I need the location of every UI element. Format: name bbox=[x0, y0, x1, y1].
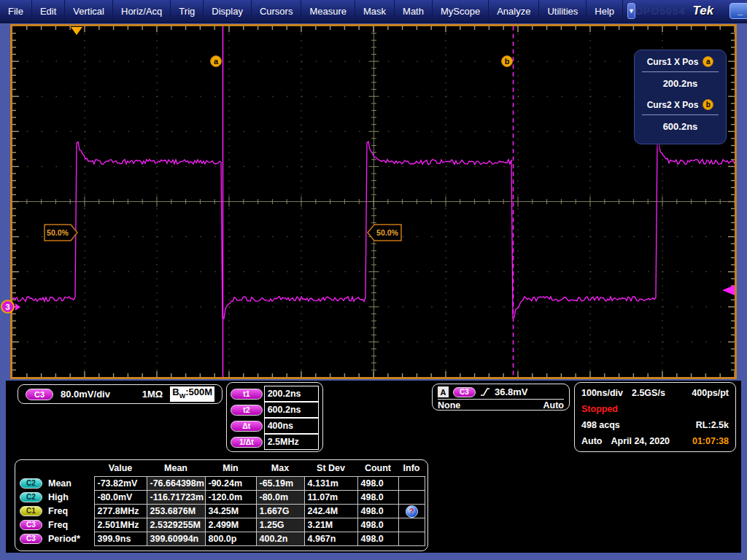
trigger-readout-box: A C3 36.8mV None Auto bbox=[432, 384, 570, 411]
menu-item-cursors[interactable]: Cursors bbox=[252, 0, 302, 22]
measurement-source-pill[interactable]: C3 bbox=[20, 534, 42, 544]
measurement-source-pill[interactable]: C2 bbox=[20, 478, 42, 489]
cursor-value-row: Δt400ns bbox=[231, 418, 319, 434]
cursor-values-box: t1200.2nst2600.2nsΔt400ns1/Δt2.5MHz bbox=[226, 382, 323, 452]
trigger-mode: Auto bbox=[543, 400, 564, 411]
readout-panel: C3 80.0mV/div 1MΩ BW:500M t1200.2nst2600… bbox=[6, 381, 741, 553]
info-question-icon[interactable]: ? bbox=[406, 505, 418, 518]
cursor-value: 400ns bbox=[264, 418, 319, 434]
trigger-position-marker[interactable] bbox=[71, 27, 82, 35]
menu-item-help[interactable]: Help bbox=[587, 0, 623, 22]
trigger-source-pill[interactable]: C3 bbox=[453, 387, 476, 397]
channel3-position-marker[interactable]: 3 bbox=[1, 300, 15, 314]
channel3-position-arrow bbox=[15, 303, 20, 311]
menu-item-utilities[interactable]: Utilities bbox=[539, 0, 587, 22]
menu-item-display[interactable]: Display bbox=[204, 0, 252, 22]
menu-item-file[interactable]: File bbox=[0, 0, 32, 22]
measurement-cell: 399.60994n bbox=[147, 532, 205, 545]
bandwidth-limit: BW:500M bbox=[170, 386, 214, 402]
measurements-box: ValueMeanMinMaxSt DevCountInfoC2Mean-73.… bbox=[15, 459, 428, 551]
curs2-label: Curs2 X Pos bbox=[647, 100, 699, 110]
measurement-cell: 1.25G bbox=[256, 518, 304, 532]
curs1-label: Curs1 X Pos bbox=[647, 57, 699, 67]
model-name: DPO5054 bbox=[635, 5, 685, 17]
oscilloscope-screen: FileEditVerticalHoriz/AcqTrigDisplayCurs… bbox=[0, 0, 747, 560]
sample-resolution: 400ps/pt bbox=[692, 388, 729, 398]
measurement-cell: -80.0mV bbox=[94, 490, 147, 504]
curs1-badge-icon: a bbox=[703, 56, 713, 67]
menu-item-analyze[interactable]: Analyze bbox=[489, 0, 539, 22]
measurement-cell: 400.2n bbox=[256, 532, 304, 545]
measurement-cell: -76.664398m bbox=[147, 476, 205, 490]
measurement-cell: -90.24m bbox=[205, 476, 256, 490]
trigger-group-badge: A bbox=[438, 386, 449, 397]
measurement-cell: 253.6876M bbox=[147, 504, 205, 518]
timebase-scale: 100ns/div bbox=[581, 388, 623, 398]
menu-dropdown-button[interactable]: ▼ bbox=[627, 3, 635, 19]
column-header: Min bbox=[205, 461, 256, 476]
input-impedance: 1MΩ bbox=[142, 389, 163, 400]
minimize-button[interactable]: _ bbox=[729, 3, 747, 19]
measurement-source-pill[interactable]: C3 bbox=[20, 520, 42, 530]
menu-item-myscope[interactable]: MyScope bbox=[433, 0, 489, 22]
measurement-cell: 2.5329255M bbox=[147, 518, 205, 532]
measurement-cell: 1.667G bbox=[256, 504, 304, 518]
menu-item-trig[interactable]: Trig bbox=[171, 0, 204, 22]
measurement-row: C1Freq277.8MHz253.6876M34.25M1.667G242.4… bbox=[18, 504, 425, 518]
column-header: Max bbox=[256, 461, 304, 476]
measurement-row: C2Mean-73.82mV-76.664398m-90.24m-65.19m4… bbox=[18, 476, 425, 490]
menu-item-horiz-acq[interactable]: Horiz/Acq bbox=[113, 0, 171, 22]
cursor-value-row: t1200.2ns bbox=[231, 386, 319, 402]
measurement-cell: 498.0 bbox=[357, 504, 398, 518]
column-header: Count bbox=[357, 461, 398, 476]
cursor-4-pill[interactable]: 1/Δt bbox=[231, 437, 263, 448]
measurement-source-pill[interactable]: C2 bbox=[20, 492, 42, 502]
menu-item-edit[interactable]: Edit bbox=[32, 0, 65, 22]
measurement-source-pill[interactable]: C1 bbox=[20, 506, 42, 516]
column-header: Mean bbox=[147, 461, 205, 476]
measurement-cell: 498.0 bbox=[357, 532, 398, 545]
cursor-a-badge[interactable]: a bbox=[211, 56, 222, 67]
measurement-row: C3Period*399.9ns399.60994n800.0p400.2n4.… bbox=[18, 532, 425, 545]
trigger-level-arrow[interactable] bbox=[722, 285, 735, 295]
horizontal-readout-box: 100ns/div 2.5GS/s 400ps/pt Stopped 498 a… bbox=[574, 382, 736, 452]
ref-level-marker-2: 50.0% bbox=[368, 225, 401, 241]
sample-rate: 2.5GS/s bbox=[632, 388, 665, 398]
cursor-value-row: 1/Δt2.5MHz bbox=[231, 434, 319, 450]
cursor-3-pill[interactable]: Δt bbox=[231, 421, 263, 432]
measurement-name: Freq bbox=[48, 506, 68, 516]
clock-time: 01:07:38 bbox=[692, 436, 729, 446]
ref-level-marker-1: 50.0% bbox=[44, 225, 77, 241]
tek-logo: Tek bbox=[692, 4, 713, 18]
graticule-frame: a b 50.0% 50.0% bbox=[10, 24, 737, 379]
measurement-cell: 4.131m bbox=[304, 476, 357, 490]
cursor-value: 200.2ns bbox=[264, 386, 319, 402]
svg-text:a: a bbox=[214, 57, 219, 66]
measurements-table: ValueMeanMinMaxSt DevCountInfoC2Mean-73.… bbox=[18, 461, 425, 546]
menu-item-math[interactable]: Math bbox=[395, 0, 433, 22]
curs2-value: 600.2ns bbox=[640, 121, 720, 132]
svg-text:b: b bbox=[505, 57, 510, 66]
measurement-name: High bbox=[48, 492, 69, 502]
menu-item-measure[interactable]: Measure bbox=[301, 0, 355, 22]
measurement-cell: -65.19m bbox=[256, 476, 304, 490]
measurement-name: Mean bbox=[48, 478, 71, 489]
svg-text:50.0%: 50.0% bbox=[47, 228, 69, 237]
menu-item-mask[interactable]: Mask bbox=[355, 0, 395, 22]
measurement-cell: 498.0 bbox=[357, 476, 398, 490]
menu-item-vertical[interactable]: Vertical bbox=[65, 0, 113, 22]
measurement-cell: 34.25M bbox=[205, 504, 256, 518]
cursor-value: 600.2ns bbox=[264, 402, 319, 418]
info-cell bbox=[398, 518, 425, 532]
date-label: April 24, 2020 bbox=[611, 436, 670, 446]
cursor-value: 2.5MHz bbox=[264, 434, 319, 450]
trigger-holdoff: None bbox=[438, 400, 460, 411]
cursor-b-badge[interactable]: b bbox=[502, 56, 513, 67]
divider bbox=[642, 71, 719, 72]
record-length: RL:2.5k bbox=[696, 420, 729, 430]
curs2-badge-icon: b bbox=[703, 99, 713, 110]
info-cell bbox=[398, 532, 425, 545]
cursor-1-pill[interactable]: t1 bbox=[231, 389, 263, 400]
channel3-pill[interactable]: C3 bbox=[26, 389, 53, 400]
cursor-2-pill[interactable]: t2 bbox=[231, 405, 263, 416]
